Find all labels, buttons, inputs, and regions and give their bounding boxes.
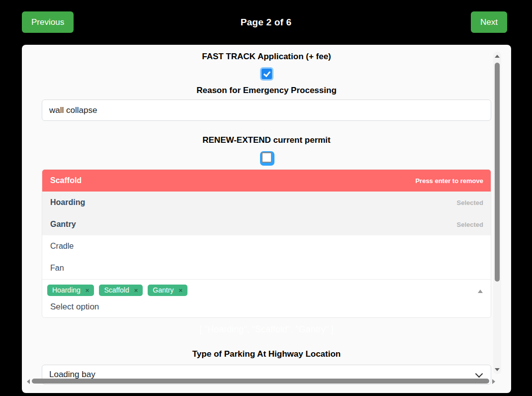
wizard-nav-bar: Previous Page 2 of 6 Next [0,0,532,45]
horizontal-scrollbar-thumb[interactable] [32,379,489,384]
scroll-down-arrow-icon[interactable] [495,368,500,371]
renew-extend-question-title: RENEW-EXTEND current permit [42,135,491,145]
remove-tag-icon[interactable]: × [178,287,182,294]
remove-tag-icon[interactable]: × [86,287,89,294]
next-button[interactable]: Next [471,11,507,33]
scroll-left-arrow-icon[interactable] [27,379,30,384]
emergency-reason-question-title: Reason for Emergency Processing [42,86,491,96]
tag-scaffold: Scaffold × [99,285,143,296]
option-label: Gantry [50,220,76,229]
option-hint: Selected [457,221,483,228]
fast-track-checkbox[interactable] [262,69,272,79]
renew-extend-checkbox-wrap [42,152,491,163]
multiselect-option-gantry[interactable]: Gantry Selected [42,213,491,235]
tag-gantry: Gantry × [148,285,187,296]
option-hint: Selected [457,199,483,206]
option-label: Hoarding [50,198,85,207]
form-content: FAST TRACK Application (+ fee) Reason fo… [42,45,491,385]
multiselect-option-fan[interactable]: Fan [42,257,491,279]
remove-tag-icon[interactable]: × [134,287,138,294]
option-hint: Press enter to remove [415,177,483,185]
fast-track-checkbox-wrap [42,69,491,79]
option-label: Fan [50,264,64,273]
multiselect-input-area[interactable]: Hoarding × Scaffold × Gantry × Select op… [42,279,491,317]
caret-up-icon[interactable] [478,290,483,293]
multiselect-option-hoarding[interactable]: Hoarding Selected [42,192,491,213]
tag-label: Hoarding [52,287,81,294]
option-label: Cradle [50,242,74,251]
tag-label: Scaffold [104,287,129,294]
structure-multiselect: Scaffold Press enter to remove Hoarding … [42,169,491,318]
renew-extend-checkbox[interactable] [262,152,272,163]
tag-hoarding: Hoarding × [47,285,94,296]
chevron-down-icon [475,370,483,378]
fast-track-question-title: FAST TRACK Application (+ fee) [42,52,491,62]
parking-type-question-title: Type of Parking At Highway Location [42,349,491,359]
option-label: Scaffold [50,176,82,185]
multiselect-placeholder: Select option [50,302,468,312]
multiselect-option-scaffold[interactable]: Scaffold Press enter to remove [42,170,491,192]
page-indicator: Page 2 of 6 [0,17,532,28]
horizontal-scrollbar[interactable] [27,378,495,385]
vertical-scrollbar[interactable] [493,52,501,374]
selected-tags: Hoarding × Scaffold × Gantry × [47,285,468,296]
tag-label: Gantry [153,287,174,294]
vertical-scrollbar-thumb[interactable] [495,63,500,282]
emergency-reason-input[interactable] [42,99,491,121]
form-page-card: FAST TRACK Application (+ fee) Reason fo… [22,45,511,393]
multiselect-value-preview: [ "Hoarding", "Scaffold", "Gantry" ] [42,324,491,335]
multiselect-option-cradle[interactable]: Cradle [42,235,491,257]
scroll-up-arrow-icon[interactable] [495,55,500,58]
scroll-right-arrow-icon[interactable] [492,379,495,384]
